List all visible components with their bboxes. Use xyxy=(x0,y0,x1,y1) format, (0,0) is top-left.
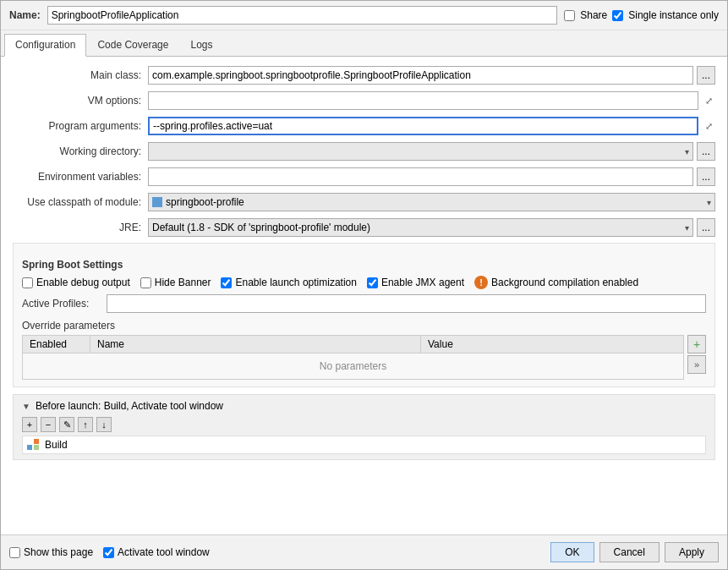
no-params-row: No parameters xyxy=(23,354,684,380)
jre-select[interactable]: Default (1.8 - SDK of 'springboot-profil… xyxy=(148,218,693,237)
program-args-row: Program arguments: ⤢ xyxy=(13,116,715,136)
override-table-wrap: Enabled Name Value No parameters + xyxy=(22,335,706,380)
vm-options-row: VM options: ⤢ xyxy=(13,90,715,111)
working-dir-browse-button[interactable]: ... xyxy=(697,142,715,161)
add-before-launch-button[interactable]: + xyxy=(22,417,37,432)
show-page-label: Show this page xyxy=(24,546,93,558)
main-class-input[interactable] xyxy=(148,66,693,85)
footer-right: OK Cancel Apply xyxy=(550,542,719,562)
jmx-item: Enable JMX agent xyxy=(367,277,464,288)
working-dir-arrow-icon: ▾ xyxy=(685,147,689,156)
program-args-label: Program arguments: xyxy=(13,120,148,132)
expand-params-button[interactable]: » xyxy=(687,355,706,374)
apply-button[interactable]: Apply xyxy=(665,542,719,562)
vm-options-expand-button[interactable]: ⤢ xyxy=(702,91,715,110)
build-icon xyxy=(26,438,40,452)
tab-logs[interactable]: Logs xyxy=(179,34,223,56)
add-param-button[interactable]: + xyxy=(687,335,706,354)
env-vars-browse-button[interactable]: ... xyxy=(697,167,715,186)
debug-output-checkbox[interactable] xyxy=(22,277,33,288)
bg-compilation-item: ! Background compilation enabled xyxy=(474,276,638,289)
jre-arrow-icon: ▾ xyxy=(685,223,689,233)
tab-configuration[interactable]: Configuration xyxy=(4,34,86,57)
before-launch-header: ▼ Before launch: Build, Activate tool wi… xyxy=(22,400,706,412)
jre-input-wrap: Default (1.8 - SDK of 'springboot-profil… xyxy=(148,218,715,237)
activate-window-label: Activate tool window xyxy=(118,546,210,558)
jre-browse-button[interactable]: ... xyxy=(697,218,715,237)
move-up-before-launch-button[interactable]: ↑ xyxy=(78,417,93,432)
classpath-value: springboot-profile xyxy=(166,196,244,208)
override-table: Enabled Name Value No parameters xyxy=(22,335,684,380)
main-class-browse-button[interactable]: ... xyxy=(697,66,715,85)
classpath-select[interactable]: springboot-profile ▾ xyxy=(148,193,715,211)
col-enabled-header: Enabled xyxy=(23,336,90,354)
tab-code-coverage[interactable]: Code Coverage xyxy=(86,34,179,56)
main-class-label: Main class: xyxy=(13,69,148,81)
launch-opt-checkbox[interactable] xyxy=(221,277,232,288)
working-dir-select[interactable]: ▾ xyxy=(148,142,693,161)
no-params-text: No parameters xyxy=(23,354,684,380)
hide-banner-checkbox[interactable] xyxy=(140,277,151,288)
col-name-header: Name xyxy=(90,336,421,354)
before-launch-triangle-icon[interactable]: ▼ xyxy=(22,402,30,411)
footer-left: Show this page Activate tool window xyxy=(9,546,210,558)
env-vars-input[interactable] xyxy=(148,167,693,186)
share-label: Share xyxy=(580,9,607,21)
program-args-input-wrap: ⤢ xyxy=(148,117,715,135)
before-launch-title: Before launch: Build, Activate tool wind… xyxy=(36,400,223,412)
jre-row: JRE: Default (1.8 - SDK of 'springboot-p… xyxy=(13,217,715,238)
show-page-checkbox[interactable] xyxy=(9,547,20,558)
table-actions: + » xyxy=(687,335,706,380)
main-class-input-wrap: ... xyxy=(148,66,715,85)
spring-boot-settings: Spring Boot Settings Enable debug output… xyxy=(13,243,715,387)
before-launch-section: ▼ Before launch: Build, Activate tool wi… xyxy=(13,394,715,460)
launch-opt-item: Enable launch optimization xyxy=(221,277,356,288)
bg-compilation-label: Background compilation enabled xyxy=(491,277,638,288)
working-dir-input-wrap: ▾ ... xyxy=(148,142,715,161)
vm-options-input[interactable] xyxy=(148,91,698,110)
before-launch-actions: + − ✎ ↑ ↓ xyxy=(22,417,706,432)
move-down-before-launch-button[interactable]: ↓ xyxy=(96,417,112,432)
spring-boot-options-row: Enable debug output Hide Banner Enable l… xyxy=(22,276,706,289)
activate-window-checkbox[interactable] xyxy=(103,547,114,558)
remove-before-launch-button[interactable]: − xyxy=(41,417,56,432)
edit-before-launch-button[interactable]: ✎ xyxy=(59,417,74,432)
tabs-bar: Configuration Code Coverage Logs xyxy=(1,30,727,57)
env-vars-label: Environment variables: xyxy=(13,171,148,183)
classpath-row: Use classpath of module: springboot-prof… xyxy=(13,192,715,212)
debug-output-label: Enable debug output xyxy=(36,277,130,288)
working-dir-row: Working directory: ▾ ... xyxy=(13,141,715,162)
jmx-checkbox[interactable] xyxy=(367,277,378,288)
env-vars-input-wrap: ... xyxy=(148,167,715,186)
name-label: Name: xyxy=(9,9,41,21)
show-page-item: Show this page xyxy=(9,546,93,558)
footer: Show this page Activate tool window OK C… xyxy=(1,534,727,569)
vm-options-label: VM options: xyxy=(13,95,148,107)
module-icon xyxy=(152,197,162,207)
cancel-button[interactable]: Cancel xyxy=(599,542,660,562)
single-instance-checkbox[interactable] xyxy=(612,10,623,21)
hide-banner-item: Hide Banner xyxy=(140,277,211,288)
share-checkbox[interactable] xyxy=(564,10,575,21)
classpath-arrow-icon: ▾ xyxy=(707,198,711,207)
build-label: Build xyxy=(45,439,68,451)
jre-label: JRE: xyxy=(13,222,148,233)
program-args-input[interactable] xyxy=(148,117,698,135)
name-input[interactable] xyxy=(47,6,558,25)
top-right-options: Share Single instance only xyxy=(564,9,719,21)
active-profiles-input[interactable] xyxy=(107,294,706,313)
svg-rect-1 xyxy=(34,439,39,444)
jre-value: Default (1.8 - SDK of 'springboot-profil… xyxy=(152,222,370,233)
program-args-expand-button[interactable]: ⤢ xyxy=(702,117,715,135)
jmx-label: Enable JMX agent xyxy=(381,277,464,288)
info-icon: ! xyxy=(474,276,488,289)
override-section: Override parameters Enabled Name Value xyxy=(22,320,706,380)
active-profiles-label: Active Profiles: xyxy=(22,298,107,310)
vm-options-input-wrap: ⤢ xyxy=(148,91,715,110)
ok-button[interactable]: OK xyxy=(550,542,594,562)
launch-opt-label: Enable launch optimization xyxy=(235,277,356,288)
activate-window-item: Activate tool window xyxy=(103,546,210,558)
svg-rect-0 xyxy=(27,445,32,450)
classpath-input-wrap: springboot-profile ▾ xyxy=(148,193,715,211)
run-config-dialog: Name: Share Single instance only Configu… xyxy=(0,0,728,570)
